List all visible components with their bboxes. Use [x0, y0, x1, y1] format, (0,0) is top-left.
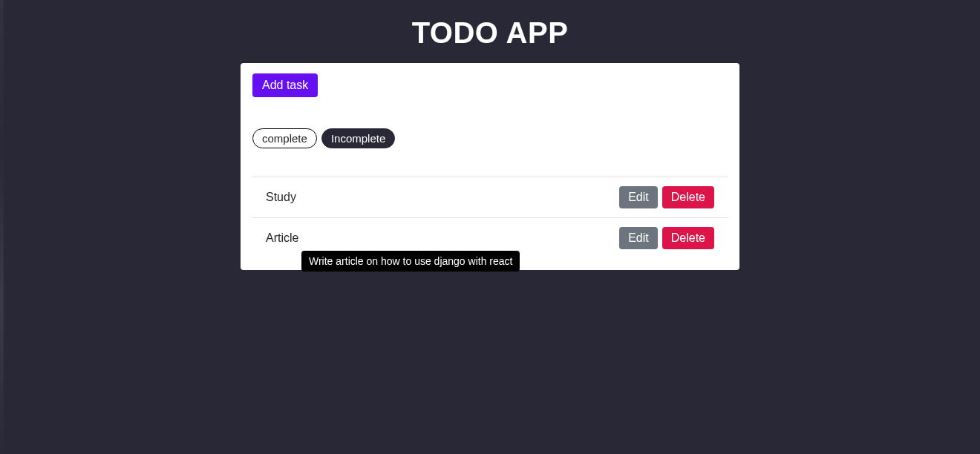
- delete-button[interactable]: Delete: [662, 227, 714, 249]
- task-actions: Edit Delete: [619, 227, 714, 249]
- edit-button[interactable]: Edit: [619, 186, 658, 208]
- window-edge-decoration: [0, 0, 4, 454]
- delete-button[interactable]: Delete: [662, 186, 714, 208]
- filter-complete[interactable]: complete: [252, 128, 317, 148]
- filter-row: complete Incomplete: [252, 128, 728, 148]
- task-row: Study Edit Delete: [252, 177, 728, 217]
- page-title: TODO APP: [0, 0, 980, 63]
- todo-card: Add task complete Incomplete Study Edit …: [241, 63, 739, 270]
- task-tooltip: Write article on how to use django with …: [301, 251, 520, 272]
- edit-button[interactable]: Edit: [619, 227, 658, 249]
- task-title: Article: [266, 231, 298, 245]
- task-title: Study: [266, 191, 296, 204]
- task-actions: Edit Delete: [619, 186, 714, 208]
- filter-incomplete[interactable]: Incomplete: [321, 128, 395, 148]
- task-list: Study Edit Delete Article Edit Delete: [252, 177, 728, 258]
- add-task-button[interactable]: Add task: [252, 73, 318, 97]
